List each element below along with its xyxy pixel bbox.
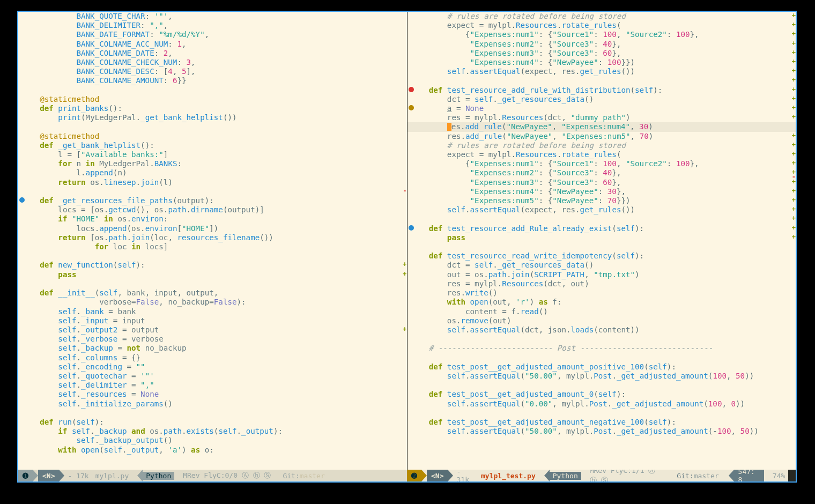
separator-icon — [274, 470, 279, 481]
separator-icon — [174, 470, 180, 481]
separator-icon — [137, 470, 143, 481]
separator-icon — [421, 470, 427, 481]
vc-indicator: Git:master — [279, 472, 328, 480]
right-code[interactable]: # rules are rotated before being stored … — [408, 12, 796, 436]
window-number-icon: ➊ — [18, 470, 33, 481]
modeline-left[interactable]: ➊ <N> - 17k mylpl.py Python MRev FlyC:0/… — [18, 470, 407, 481]
left-pane[interactable]: +++- BANK_QUOTE_CHAR: '"', BANK_DELIMITE… — [18, 12, 408, 470]
evil-state: <N> — [38, 470, 59, 481]
separator-icon — [539, 470, 544, 481]
separator-icon — [59, 470, 64, 481]
major-mode: Python — [550, 472, 581, 480]
separator-icon — [544, 470, 550, 481]
separator-icon — [729, 470, 734, 481]
buffer-filename: mylpl.py — [92, 472, 132, 480]
scroll-percent: 74% — [769, 472, 788, 480]
scrollbar-cap — [788, 470, 796, 481]
split-panes: +++- BANK_QUOTE_CHAR: '"', BANK_DELIMITE… — [18, 12, 796, 470]
right-pane[interactable]: -+++++++++++++++++++++++++ # rules are r… — [408, 12, 796, 470]
separator-icon — [668, 470, 673, 481]
cursor-position: 547: 8 — [734, 470, 764, 481]
separator-icon — [33, 470, 38, 481]
major-mode: Python — [143, 472, 174, 480]
modeline-row: ➊ <N> - 17k mylpl.py Python MRev FlyC:0/… — [18, 470, 796, 481]
separator-icon — [132, 470, 137, 481]
separator-icon — [448, 470, 453, 481]
left-code[interactable]: BANK_QUOTE_CHAR: '"', BANK_DELIMITER: ",… — [18, 12, 407, 455]
buffer-size: - 17k — [64, 472, 92, 480]
window-number-icon: ➋ — [407, 470, 421, 481]
separator-icon — [764, 470, 769, 481]
buffer-size: - 31k — [453, 470, 478, 481]
editor-frame: +++- BANK_QUOTE_CHAR: '"', BANK_DELIMITE… — [17, 11, 797, 483]
minor-modes: MRev FlyC:0/0 Ⓐ ⓗ Ⓢ — [180, 471, 274, 480]
buffer-filename: mylpl_test.py — [478, 472, 539, 480]
evil-state: <N> — [427, 470, 448, 481]
vc-indicator: Git:master — [673, 472, 722, 480]
minor-modes: MRev FlyC:1/1 Ⓐ ⓗ Ⓢ — [587, 470, 669, 481]
separator-icon — [581, 470, 587, 481]
modeline-right[interactable]: ➋ <N> - 31k mylpl_test.py Python MRev Fl… — [407, 470, 796, 481]
